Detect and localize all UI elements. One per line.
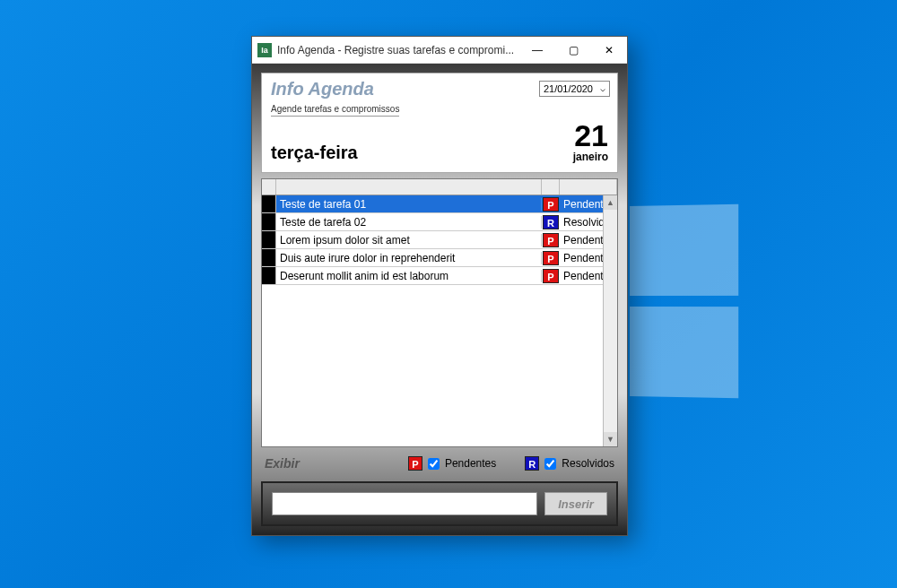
task-text: Teste de tarefa 01 xyxy=(276,198,542,211)
table-row[interactable]: Teste de tarefa 01PPendente xyxy=(262,195,617,213)
resolved-filter-label: Resolvidos xyxy=(562,457,614,470)
minimize-button[interactable]: — xyxy=(519,37,555,64)
insert-button[interactable]: Inserir xyxy=(544,492,607,515)
scrollbar[interactable]: ▲ ▼ xyxy=(603,195,617,446)
row-handle xyxy=(262,249,276,266)
status-badge-icon: P xyxy=(543,251,559,265)
table-row[interactable]: Teste de tarefa 02RResolvido xyxy=(262,213,617,231)
scroll-down-icon[interactable]: ▼ xyxy=(604,432,617,446)
resolved-checkbox[interactable] xyxy=(544,458,556,470)
filter-label: Exibir xyxy=(265,456,300,471)
row-handle xyxy=(262,195,276,212)
status-badge-icon: R xyxy=(543,215,559,229)
window-body: Info Agenda Agende tarefas e compromisso… xyxy=(252,64,627,535)
header-card: Info Agenda Agende tarefas e compromisso… xyxy=(261,73,618,173)
maximize-button[interactable]: ▢ xyxy=(555,37,591,64)
table-row[interactable]: Lorem ipsum dolor sit ametPPendente xyxy=(262,231,617,249)
grid-header xyxy=(262,179,617,195)
close-button[interactable]: ✕ xyxy=(591,37,627,64)
task-text: Deserunt mollit anim id est laborum xyxy=(276,270,542,282)
status-badge-icon: P xyxy=(543,233,559,247)
task-text: Teste de tarefa 02 xyxy=(276,216,542,229)
titlebar[interactable]: Ia Info Agenda - Registre suas tarefas e… xyxy=(252,37,627,64)
status-badge-icon: P xyxy=(543,269,559,283)
table-row[interactable]: Deserunt mollit anim id est laborumPPend… xyxy=(262,267,617,285)
weekday-label: terça-feira xyxy=(271,143,358,163)
input-bar: Inserir xyxy=(261,481,618,526)
app-icon: Ia xyxy=(257,43,272,57)
window-title: Info Agenda - Registre suas tarefas e co… xyxy=(277,44,519,56)
app-window: Ia Info Agenda - Registre suas tarefas e… xyxy=(251,36,628,536)
pending-checkbox[interactable] xyxy=(428,458,440,470)
row-handle xyxy=(262,267,276,284)
filter-bar: Exibir P Pendentes R Resolvidos xyxy=(261,454,618,472)
scroll-up-icon[interactable]: ▲ xyxy=(604,195,617,210)
row-handle xyxy=(262,213,276,230)
date-picker[interactable]: 21/01/2020 xyxy=(539,81,610,97)
pending-badge-icon: P xyxy=(408,456,422,471)
day-number: 21 xyxy=(573,120,608,151)
new-task-input[interactable] xyxy=(272,492,537,515)
task-grid: Teste de tarefa 01PPendenteTeste de tare… xyxy=(261,178,618,447)
month-label: janeiro xyxy=(573,151,608,163)
table-row[interactable]: Duis aute irure dolor in reprehenderitPP… xyxy=(262,249,617,267)
resolved-badge-icon: R xyxy=(525,456,539,471)
app-subtitle: Agende tarefas e compromissos xyxy=(271,104,399,117)
row-handle xyxy=(262,231,276,248)
task-text: Duis aute irure dolor in reprehenderit xyxy=(276,252,542,264)
status-badge-icon: P xyxy=(543,197,559,212)
pending-filter-label: Pendentes xyxy=(445,457,496,470)
task-text: Lorem ipsum dolor sit amet xyxy=(276,234,542,246)
date-display: 21 janeiro xyxy=(573,120,608,163)
